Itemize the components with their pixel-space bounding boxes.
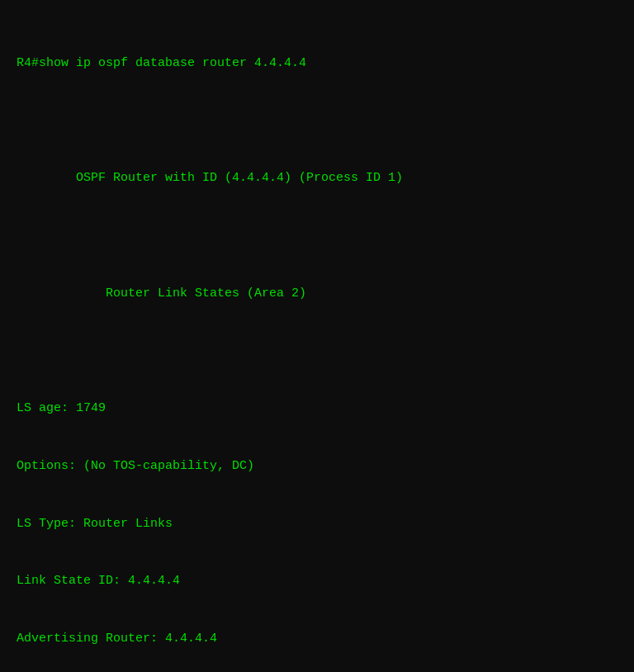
ls-age-line: LS age: 1749 [17,399,617,418]
link-state-id-line: Link State ID: 4.4.4.4 [17,571,617,590]
terminal-window: R4#show ip ospf database router 4.4.4.4 … [0,0,634,672]
header-line-2: Router Link States (Area 2) [17,284,617,303]
prompt-line: R4#show ip ospf database router 4.4.4.4 [17,54,617,73]
blank-line-1 [17,111,617,130]
options-line: Options: (No TOS-capability, DC) [17,457,617,476]
blank-line-3 [17,341,617,360]
header-line-1: OSPF Router with ID (4.4.4.4) (Process I… [17,168,617,187]
adv-router-line: Advertising Router: 4.4.4.4 [17,629,617,648]
ls-type-line: LS Type: Router Links [17,514,617,533]
blank-line-2 [17,226,617,245]
